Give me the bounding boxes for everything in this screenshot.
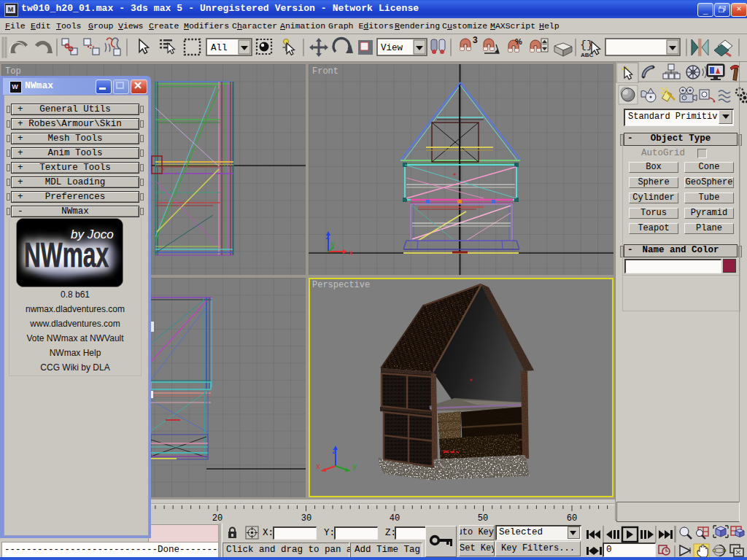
svg-text:All: All	[211, 43, 228, 53]
svg-text:40: 40	[390, 513, 400, 523]
svg-text:x: x	[349, 249, 353, 257]
svg-text:W: W	[12, 83, 18, 90]
svg-text:View: View	[381, 43, 403, 53]
svg-text:60: 60	[567, 513, 577, 523]
svg-text:30: 30	[301, 513, 311, 523]
svg-text:50: 50	[478, 513, 488, 523]
svg-text:by Joco: by Joco	[71, 228, 114, 241]
svg-text:%: %	[515, 37, 522, 46]
svg-text:M: M	[8, 6, 14, 13]
svg-text:3: 3	[473, 35, 478, 45]
svg-text:y: y	[330, 241, 335, 249]
svg-text:z: z	[325, 233, 330, 241]
svg-text:20: 20	[212, 513, 222, 523]
